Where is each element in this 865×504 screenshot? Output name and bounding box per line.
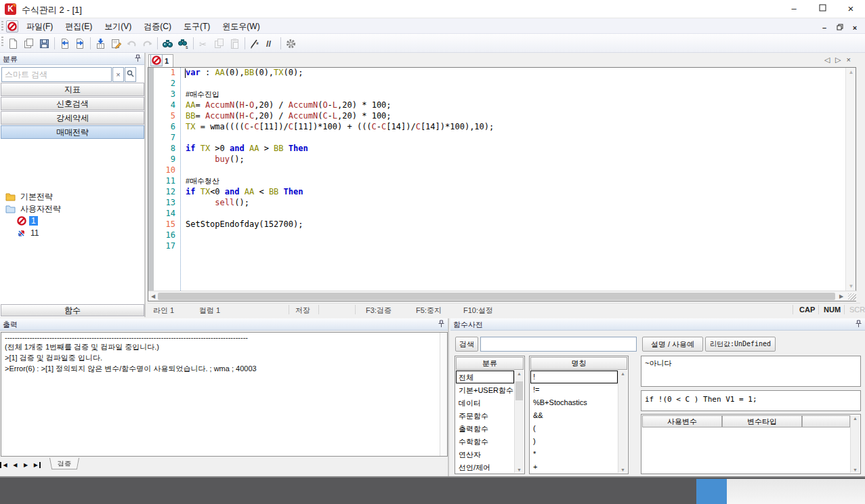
output-tab-validate[interactable]: 검증 [49,458,79,469]
code-editor[interactable]: 1234567891011121314151617 var : AA(0),BB… [148,67,856,301]
menu-item[interactable]: 보기(V) [98,18,138,34]
scroll-up-icon[interactable]: ▲ [515,371,524,376]
last-tab-icon[interactable]: ▶ [32,462,41,468]
taskbar-app-tile[interactable] [696,479,727,504]
scrollbar-thumb[interactable] [515,381,523,400]
menu-item[interactable]: 도구(T) [177,18,216,34]
minimize-button[interactable]: – [780,0,808,18]
scroll-up-icon[interactable]: ▲ [618,371,627,376]
dict-category-item[interactable]: 데이터 [456,396,514,409]
category-scrollbar[interactable]: ▲ ▼ [514,371,524,473]
dict-name-item[interactable]: %B+Stochastics [530,396,618,409]
first-tab-icon[interactable]: ◀ [0,462,9,468]
mdi-window-controls: – × [818,21,861,33]
comment-block-icon[interactable]: * [247,36,263,51]
description-usage-button[interactable]: 설명 / 사용예 [642,337,703,352]
export-formula-icon[interactable] [72,36,88,51]
horizontal-scrollbar[interactable]: ◀ ▶ [148,291,857,301]
mdi-minimize-button[interactable]: – [818,24,830,32]
next-tab-icon[interactable]: ▶ [22,462,30,468]
dict-search-button[interactable]: 검색 [455,337,478,352]
close-button[interactable]: × [837,0,865,18]
function-panel-button[interactable]: 함수 [1,304,144,316]
dict-category-item[interactable]: 기본+USER함수 [456,383,514,396]
dict-name-item[interactable]: && [530,409,618,422]
mdi-close-button[interactable]: × [849,24,861,32]
clear-search-button[interactable]: × [112,67,124,82]
download-to-sheet-icon[interactable] [93,36,108,51]
scroll-down-icon[interactable]: ▼ [846,283,856,289]
menu-item[interactable]: 파일(F) [20,18,59,34]
import-formula-icon[interactable] [57,36,72,51]
sidebar-category-1[interactable]: 지표 [1,83,144,96]
table-scrollbar[interactable]: ▲ ▼ [850,415,860,473]
search-icon[interactable] [125,67,136,82]
name-list-header[interactable]: 명칭 [530,357,627,370]
dict-category-item[interactable]: 전체 [456,371,514,383]
new-file-icon[interactable] [5,36,21,51]
edit-document-icon[interactable] [108,36,124,51]
scroll-left-icon[interactable]: ◀ [148,291,158,301]
pin-icon[interactable] [855,320,862,329]
dict-name-item[interactable]: * [530,448,618,461]
code-area[interactable]: var : AA(0),BB(0),TX(0);#매수진입AA= AccumN(… [186,68,849,291]
menu-item[interactable]: 윈도우(W) [216,18,266,34]
dict-name-item[interactable]: ( [530,422,618,435]
tree-item[interactable]: 기본전략 [0,190,144,203]
tab-next-icon[interactable]: ▷ [835,56,841,64]
dict-name-item[interactable]: ! [530,371,618,383]
dict-category-item[interactable]: 수학함수 [456,435,514,448]
redo-icon [140,36,155,51]
tree-item[interactable]: 1 [0,215,144,227]
var-name-header[interactable]: 사용변수 [642,415,722,427]
save-icon[interactable] [37,36,52,51]
dict-category-item[interactable]: 출력함수 [456,422,514,435]
sidebar-category-3[interactable]: 강세약세 [1,111,144,125]
comment-line-icon[interactable]: // [263,36,278,51]
dict-category-item[interactable]: 연산자 [456,448,514,461]
tab-close-icon[interactable]: × [847,56,851,64]
dict-search-input[interactable] [480,337,637,352]
scroll-right-icon[interactable]: ▶ [837,291,846,301]
sidebar-category-4[interactable]: 매매전략 [1,125,144,139]
output-scrollbar[interactable] [440,333,447,456]
sidebar-category-2[interactable]: 신호검색 [1,97,144,110]
menu-item[interactable]: 검증(C) [138,18,177,34]
var-type-header[interactable]: 변수타입 [722,415,802,427]
resize-grip[interactable] [848,293,856,300]
dict-name-item[interactable]: != [530,383,618,396]
line-number: 3 [154,89,178,100]
menu-item[interactable]: 편집(E) [59,18,98,34]
settings-gear-icon[interactable] [283,36,299,51]
new-window-icon[interactable] [21,36,37,51]
dict-name-item[interactable]: ) [530,435,618,448]
dict-category-item[interactable]: 선언/제어 [456,461,514,473]
tab-prev-icon[interactable]: ◁ [824,56,830,64]
search-input[interactable] [1,67,112,82]
tree-item[interactable]: 11 [0,227,144,239]
category-list-header[interactable]: 분류 [456,357,524,370]
dict-name-item[interactable]: + [530,461,618,473]
vertical-scrollbar[interactable]: ▲ ▼ [845,68,856,291]
name-scrollbar[interactable]: ▲ ▼ [618,371,627,473]
maximize-button[interactable] [808,0,837,18]
no-entry-icon[interactable] [6,20,18,33]
line-number: 10 [154,165,178,176]
mdi-restore-button[interactable] [834,24,846,32]
prev-tab-icon[interactable]: ◀ [11,462,20,468]
find-icon[interactable] [160,36,175,51]
tree-item[interactable]: 사용자전략 [0,203,144,215]
scrollbar-thumb[interactable] [158,293,835,300]
dict-category-item[interactable]: 주문함수 [456,409,514,422]
pin-icon[interactable] [134,54,142,64]
find-next-icon[interactable]: s [175,36,191,51]
output-log[interactable]: ----------------------------------------… [1,332,448,457]
line-number: 14 [154,209,178,219]
scroll-down-icon[interactable]: ▼ [618,467,627,472]
editor-tab[interactable]: 1 [148,54,173,67]
scroll-down-icon[interactable]: ▼ [515,467,524,472]
scroll-up-icon[interactable]: ▲ [846,69,856,75]
pin-icon[interactable] [438,320,445,329]
scroll-up-icon[interactable]: ▲ [851,416,860,421]
scroll-down-icon[interactable]: ▼ [851,467,860,472]
